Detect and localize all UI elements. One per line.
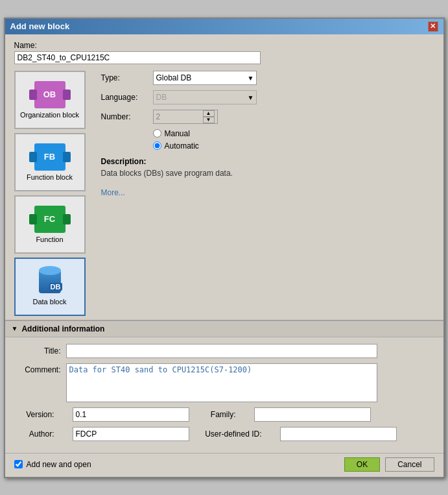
block-item-ob[interactable]: OB Organization block [14, 71, 86, 129]
title-input[interactable] [66, 344, 377, 358]
db-label: Data block [33, 298, 67, 306]
version-label: Version: [14, 410, 60, 419]
more-link[interactable]: More... [101, 188, 434, 197]
automatic-radio[interactable] [153, 141, 161, 150]
ok-button[interactable]: OK [344, 457, 380, 472]
user-id-input[interactable] [280, 427, 397, 441]
block-item-fb[interactable]: FB Function block [14, 133, 86, 191]
block-item-db[interactable]: DB Data block [14, 258, 86, 316]
automatic-label: Automatic [165, 141, 199, 151]
title-row: Title: [14, 344, 434, 358]
cancel-button[interactable]: Cancel [385, 457, 434, 472]
name-label: Name: [14, 41, 434, 50]
automatic-radio-row: Automatic [153, 141, 434, 151]
dialog-title: Add new block [10, 21, 70, 31]
type-select-wrapper: Global DB Instance DB Array DB ▼ [153, 71, 257, 85]
close-button[interactable]: ✕ [428, 21, 438, 32]
number-input [156, 112, 202, 121]
fb-icon: FB [34, 143, 65, 171]
language-label: Language: [101, 93, 153, 102]
manual-label: Manual [165, 129, 190, 138]
type-row: Type: Global DB Instance DB Array DB ▼ [101, 71, 434, 85]
comment-row: Comment: Data for ST40 sand to CPU1215C(… [14, 363, 434, 402]
description-text: Data blocks (DBs) save program data. [101, 169, 434, 178]
number-spinbox: ▲ ▼ [153, 110, 218, 124]
version-input[interactable] [73, 407, 189, 422]
author-input[interactable] [73, 427, 189, 441]
ob-icon: OB [34, 81, 65, 108]
additional-info-label: Additional information [21, 324, 104, 333]
ob-label: Organization block [20, 111, 79, 119]
main-area: OB Organization block FB Function block … [14, 71, 434, 316]
comment-label: Comment: [14, 363, 66, 374]
db-cylinder-label: DB [49, 283, 62, 291]
additional-info-section: ▼ Additional information Title: Comment:… [5, 320, 443, 453]
spinbox-down-button[interactable]: ▼ [203, 117, 215, 123]
bottom-bar: Add new and open OK Cancel [5, 453, 443, 477]
dialog-content: Name: OB Organization block FB Function … [5, 34, 443, 320]
description-section: Description: Data blocks (DBs) save prog… [101, 157, 434, 178]
fc-label: Function [36, 235, 63, 243]
additional-info-header[interactable]: ▼ Additional information [5, 320, 443, 337]
manual-radio-row: Manual [153, 129, 434, 138]
block-item-fc[interactable]: FC Function [14, 195, 86, 254]
spinbox-arrows: ▲ ▼ [203, 110, 215, 123]
family-input[interactable] [254, 407, 371, 422]
db-icon-wrap: DB [34, 268, 65, 295]
user-id-label: User-defined ID: [202, 429, 267, 439]
author-userid-row: Author: User-defined ID: [14, 427, 434, 441]
number-label: Number: [101, 112, 153, 121]
fc-icon: FC [34, 206, 65, 233]
add-open-checkbox[interactable] [14, 460, 23, 468]
title-bar: Add new block ✕ [5, 19, 443, 34]
right-panel: Type: Global DB Instance DB Array DB ▼ L… [101, 71, 434, 316]
language-select-wrapper: DB ▼ [153, 90, 257, 104]
version-family-row: Version: Family: [14, 407, 434, 422]
additional-info-content: Title: Comment: Data for ST40 sand to CP… [5, 337, 443, 453]
description-label: Description: [101, 157, 434, 166]
name-input[interactable] [14, 51, 261, 64]
chevron-icon: ▼ [12, 325, 18, 332]
manual-radio[interactable] [153, 129, 161, 138]
btn-row: OK Cancel [344, 457, 434, 472]
name-row: Name: [14, 41, 434, 64]
comment-textarea[interactable]: Data for ST40 sand to CPU1215C(S7-1200) [66, 363, 377, 402]
add-open-checkbox-row: Add new and open [14, 460, 91, 469]
number-row: Number: ▲ ▼ [101, 110, 434, 124]
db-cylinder: DB [39, 270, 61, 293]
family-label: Family: [202, 410, 241, 419]
fb-label: Function block [27, 173, 73, 181]
language-row: Language: DB ▼ [101, 90, 434, 104]
block-list: OB Organization block FB Function block … [14, 71, 92, 316]
add-open-label: Add new and open [27, 460, 91, 469]
type-select[interactable]: Global DB Instance DB Array DB [153, 71, 257, 85]
spinbox-up-button[interactable]: ▲ [203, 110, 215, 117]
add-new-block-dialog: Add new block ✕ Name: OB Organization bl… [4, 18, 445, 478]
author-label: Author: [14, 429, 60, 439]
type-label: Type: [101, 73, 153, 82]
title-label: Title: [14, 346, 66, 356]
language-select: DB [153, 90, 257, 104]
